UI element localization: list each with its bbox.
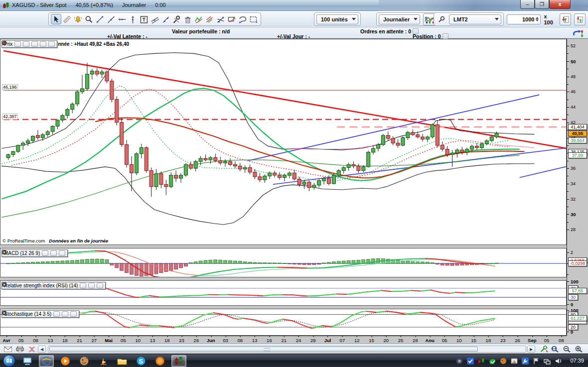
taskbar-app-skype[interactable]: S bbox=[134, 355, 148, 367]
candle[interactable] bbox=[135, 154, 138, 173]
candle[interactable] bbox=[199, 158, 202, 161]
rsi-panel[interactable]: Relative strength index (RSI) (14) bbox=[0, 280, 567, 306]
chart-scrollbar[interactable] bbox=[48, 346, 526, 353]
candle[interactable] bbox=[273, 173, 277, 175]
zoom-tool[interactable] bbox=[84, 14, 94, 24]
candle[interactable] bbox=[327, 178, 331, 184]
candle[interactable] bbox=[367, 152, 370, 167]
candle[interactable] bbox=[31, 136, 35, 140]
candle[interactable] bbox=[169, 175, 173, 187]
trendline-descending[interactable] bbox=[3, 51, 566, 149]
sell-order-button[interactable] bbox=[574, 13, 586, 25]
price-axis[interactable]: 2830323436384042444648505238,13537,6941,… bbox=[567, 39, 588, 336]
candle[interactable] bbox=[297, 179, 301, 185]
candle[interactable] bbox=[51, 126, 54, 131]
candle[interactable] bbox=[455, 150, 459, 153]
units-dropdown[interactable]: 100 unités bbox=[316, 14, 358, 24]
price-window-icon[interactable] bbox=[23, 41, 29, 47]
scroll-right-button[interactable]: ▶ bbox=[527, 346, 535, 353]
candle[interactable] bbox=[174, 175, 178, 178]
candle[interactable] bbox=[120, 122, 124, 145]
candle[interactable] bbox=[377, 144, 380, 148]
taskbar-app-media[interactable] bbox=[58, 355, 73, 367]
start-button[interactable] bbox=[3, 355, 15, 367]
macd-chart[interactable] bbox=[0, 248, 566, 277]
rsi-close-icon[interactable] bbox=[97, 283, 103, 288]
price-down-arrow-icon[interactable] bbox=[48, 41, 55, 47]
rect-zone-tool[interactable] bbox=[248, 14, 259, 24]
candle[interactable] bbox=[317, 181, 321, 185]
hline-tool[interactable] bbox=[117, 14, 127, 24]
price-close-icon[interactable] bbox=[31, 41, 38, 47]
candle[interactable] bbox=[485, 141, 488, 144]
taskbar-app-display[interactable] bbox=[20, 355, 35, 367]
candle[interactable] bbox=[258, 177, 262, 180]
zoom-fit-icon[interactable] bbox=[550, 345, 560, 353]
taskbar-app-browser[interactable]: e bbox=[39, 355, 54, 367]
candle[interactable] bbox=[233, 164, 237, 166]
candle[interactable] bbox=[90, 71, 94, 74]
candle[interactable] bbox=[189, 164, 192, 168]
candle[interactable] bbox=[110, 81, 114, 100]
tray-emule-icon[interactable] bbox=[499, 357, 507, 365]
price-up-arrow-icon[interactable] bbox=[40, 41, 46, 47]
taskbar-app-explorer[interactable] bbox=[115, 355, 130, 367]
candle[interactable] bbox=[41, 134, 44, 137]
advanced-tools[interactable] bbox=[171, 14, 182, 24]
candle[interactable] bbox=[248, 167, 252, 172]
candle[interactable] bbox=[411, 132, 415, 135]
vline-tool[interactable] bbox=[128, 14, 138, 24]
candle[interactable] bbox=[61, 116, 64, 120]
candle[interactable] bbox=[26, 141, 30, 143]
stochastic-panel[interactable]: Stochastique (14 3 5) bbox=[0, 309, 567, 336]
candle[interactable] bbox=[431, 124, 434, 137]
candle[interactable] bbox=[401, 138, 405, 145]
taskbar-clock[interactable]: 07:39 bbox=[570, 358, 584, 364]
taskbar-app-vlc[interactable] bbox=[96, 355, 111, 367]
pattern-cross-tool[interactable] bbox=[215, 14, 226, 24]
candle[interactable] bbox=[278, 175, 282, 178]
rsi-settings-wrench-icon[interactable] bbox=[80, 283, 86, 288]
candle[interactable] bbox=[445, 149, 449, 155]
buy-order-button[interactable] bbox=[560, 13, 571, 25]
time-axis[interactable]: Avr050813182127Mai051013182326Jun0308131… bbox=[0, 336, 567, 344]
point-line-tool[interactable] bbox=[160, 14, 171, 24]
spin-up-icon[interactable] bbox=[536, 17, 539, 19]
candle[interactable] bbox=[283, 175, 286, 178]
pattern-zigzag-tool[interactable] bbox=[193, 14, 204, 24]
candle[interactable] bbox=[436, 124, 439, 145]
candle[interactable] bbox=[11, 151, 15, 154]
candle[interactable] bbox=[209, 157, 212, 160]
candle[interactable] bbox=[293, 173, 296, 179]
candle[interactable] bbox=[243, 167, 247, 169]
candle[interactable] bbox=[381, 135, 385, 144]
candle[interactable] bbox=[194, 161, 197, 168]
candle[interactable] bbox=[95, 71, 99, 74]
candle[interactable] bbox=[391, 138, 395, 143]
candle[interactable] bbox=[140, 147, 143, 153]
candle[interactable] bbox=[71, 104, 74, 110]
candle[interactable] bbox=[460, 150, 464, 152]
scroll-left-button[interactable]: ◀ bbox=[38, 346, 46, 353]
candle[interactable] bbox=[130, 164, 134, 173]
taskbar-app-prorealtime[interactable] bbox=[171, 355, 186, 367]
tray-network-icon[interactable] bbox=[543, 357, 551, 365]
candle[interactable] bbox=[288, 173, 291, 175]
candle[interactable] bbox=[184, 164, 187, 175]
macd-close-icon[interactable] bbox=[59, 250, 65, 256]
candle[interactable] bbox=[164, 184, 168, 187]
quantity-stepper[interactable]: 1000 bbox=[507, 14, 541, 24]
candle[interactable] bbox=[312, 185, 316, 188]
order-settings-wrench-icon[interactable] bbox=[436, 14, 446, 24]
candle[interactable] bbox=[159, 174, 163, 185]
candle[interactable] bbox=[56, 120, 59, 126]
candle[interactable] bbox=[66, 110, 69, 116]
candle[interactable] bbox=[238, 166, 242, 169]
candle[interactable] bbox=[421, 137, 425, 139]
candle[interactable] bbox=[229, 161, 232, 164]
candle[interactable] bbox=[81, 89, 84, 92]
ruler-tool[interactable] bbox=[62, 14, 72, 24]
candle[interactable] bbox=[362, 167, 365, 171]
close-button[interactable]: x bbox=[549, 0, 571, 9]
pattern-rect-tool[interactable] bbox=[226, 14, 237, 24]
